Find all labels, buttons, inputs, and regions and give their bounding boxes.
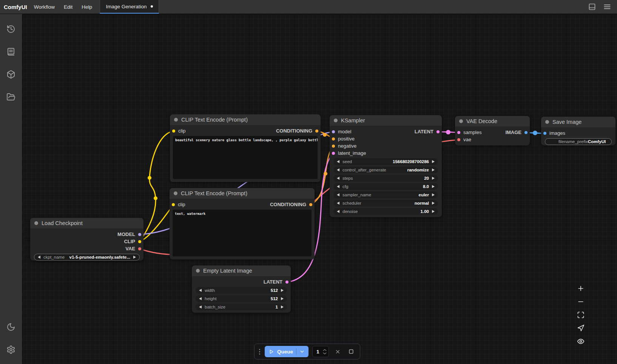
app-logo[interactable]: ComfyUI — [0, 0, 31, 14]
increment-arrow-icon[interactable] — [432, 185, 435, 188]
node-status-dot[interactable] — [174, 118, 178, 122]
node-status-dot[interactable] — [545, 120, 549, 124]
node-status-dot[interactable] — [196, 269, 200, 273]
decrement-arrow-icon[interactable] — [199, 305, 202, 308]
steps-widget[interactable]: steps 20 — [333, 175, 438, 182]
decrement-arrow-icon[interactable] — [337, 177, 339, 180]
model-library-icon[interactable] — [3, 67, 19, 82]
increment-arrow-icon[interactable] — [281, 305, 284, 308]
workflows-folder-icon[interactable] — [3, 89, 19, 105]
sampler-name-widget[interactable]: sampler_name euler — [333, 191, 438, 198]
decrement-arrow-icon[interactable] — [337, 168, 339, 171]
theme-toggle-moon-icon[interactable] — [3, 319, 19, 335]
input-slot-images[interactable] — [543, 132, 546, 135]
input-slot-samples[interactable] — [457, 131, 460, 134]
menu-edit[interactable]: Edit — [64, 0, 72, 14]
increment-arrow-icon[interactable] — [133, 256, 136, 259]
history-icon[interactable] — [3, 22, 19, 37]
menu-workflow[interactable]: Workflow — [34, 0, 55, 14]
node-header[interactable]: Save Image — [541, 117, 615, 127]
increment-arrow-icon[interactable] — [281, 289, 284, 292]
stop-square-icon[interactable] — [346, 346, 356, 357]
decrement-arrow-icon[interactable] — [199, 297, 202, 300]
drag-handle-icon[interactable] — [258, 349, 261, 355]
control-after-generate-widget[interactable]: control_after_generate randomize — [333, 167, 438, 173]
input-slot-latent-image[interactable] — [332, 152, 335, 155]
output-slot-latent[interactable] — [437, 130, 440, 133]
step-down-icon[interactable] — [322, 352, 327, 355]
cfg-widget[interactable]: cfg 8.0 — [333, 183, 438, 190]
increment-arrow-icon[interactable] — [432, 202, 435, 205]
select-mode-cursor-icon[interactable] — [576, 324, 586, 332]
prompt-textarea[interactable]: beautiful scenery nature glass bottle la… — [173, 136, 318, 179]
height-widget[interactable]: height 512 — [196, 295, 287, 302]
scheduler-widget[interactable]: scheduler normal — [333, 200, 438, 207]
prompt-textarea[interactable]: text, watermark — [173, 210, 312, 256]
output-slot-conditioning[interactable] — [315, 130, 318, 133]
node-save-image[interactable]: Save Image images filename_prefix ComfyU… — [541, 117, 615, 145]
menu-help[interactable]: Help — [82, 0, 92, 14]
interrupt-x-icon[interactable] — [333, 346, 342, 357]
input-slot-negative[interactable] — [332, 145, 335, 148]
seed-widget[interactable]: seed 156680208700286 — [333, 158, 438, 165]
node-vae-decode[interactable]: VAE Decode samples IMAGE vae — [455, 116, 530, 145]
node-header[interactable]: Load Checkpoint — [30, 218, 143, 228]
decrement-arrow-icon[interactable] — [337, 193, 339, 196]
input-slot-model[interactable] — [332, 130, 335, 133]
queue-button[interactable]: Queue — [265, 346, 308, 357]
batch-count-stepper[interactable]: 1 — [312, 346, 329, 357]
decrement-arrow-icon[interactable] — [337, 160, 339, 163]
node-status-dot[interactable] — [34, 221, 38, 225]
output-slot-conditioning[interactable] — [309, 203, 312, 206]
node-header[interactable]: CLIP Text Encode (Prompt) — [170, 114, 321, 125]
node-clip-text-encode-negative[interactable]: CLIP Text Encode (Prompt) clip CONDITION… — [170, 188, 315, 259]
node-header[interactable]: Empty Latent Image — [192, 265, 291, 276]
ckpt-name-widget[interactable]: ckpt_name v1-5-pruned-emaonly.safete... — [34, 254, 140, 261]
bottom-panel-toggle-icon[interactable] — [588, 3, 596, 11]
input-slot-clip[interactable] — [172, 203, 175, 206]
node-header[interactable]: KSampler — [330, 115, 442, 126]
input-slot-clip[interactable] — [172, 130, 175, 133]
node-status-dot[interactable] — [174, 191, 177, 195]
output-slot-clip[interactable] — [138, 240, 141, 243]
node-empty-latent-image[interactable]: Empty Latent Image LATENT width 512 heig… — [192, 265, 291, 313]
increment-arrow-icon[interactable] — [281, 297, 284, 300]
decrement-arrow-icon[interactable] — [337, 202, 339, 205]
increment-arrow-icon[interactable] — [432, 193, 435, 196]
toggle-link-visibility-eye-icon[interactable] — [576, 337, 586, 345]
node-header[interactable]: VAE Decode — [455, 116, 530, 126]
node-header[interactable]: CLIP Text Encode (Prompt) — [170, 188, 315, 199]
tab-image-generation[interactable]: Image Generation — [100, 0, 159, 14]
increment-arrow-icon[interactable] — [432, 168, 435, 171]
settings-gear-icon[interactable] — [3, 342, 19, 357]
decrement-arrow-icon[interactable] — [199, 289, 202, 292]
node-load-checkpoint[interactable]: Load Checkpoint MODEL CLIP VAE ckpt_nam — [30, 218, 143, 261]
node-graph-canvas[interactable]: Load Checkpoint MODEL CLIP VAE ckpt_nam — [22, 14, 617, 364]
zoom-in-icon[interactable] — [576, 284, 586, 293]
output-slot-latent[interactable] — [285, 281, 288, 284]
node-library-icon[interactable] — [3, 44, 19, 59]
increment-arrow-icon[interactable] — [432, 210, 435, 213]
decrement-arrow-icon[interactable] — [337, 185, 339, 188]
decrement-arrow-icon[interactable] — [38, 256, 40, 259]
fit-view-icon[interactable] — [576, 311, 586, 319]
output-slot-image[interactable] — [524, 131, 528, 134]
node-clip-text-encode-positive[interactable]: CLIP Text Encode (Prompt) clip CONDITION… — [170, 114, 321, 182]
input-slot-positive[interactable] — [332, 137, 335, 140]
zoom-out-icon[interactable] — [576, 298, 586, 306]
node-status-dot[interactable] — [334, 119, 338, 122]
decrement-arrow-icon[interactable] — [337, 210, 339, 213]
node-ksampler[interactable]: KSampler model LATENT positive negative — [330, 115, 442, 217]
input-slot-vae[interactable] — [457, 138, 460, 141]
step-up-icon[interactable] — [322, 349, 327, 352]
width-widget[interactable]: width 512 — [196, 287, 287, 294]
node-status-dot[interactable] — [459, 119, 463, 123]
hamburger-menu-icon[interactable] — [603, 3, 611, 11]
filename-prefix-widget[interactable]: filename_prefix ComfyUI — [545, 138, 612, 145]
output-slot-vae[interactable] — [138, 247, 141, 250]
batch-size-widget[interactable]: batch_size 1 — [196, 304, 287, 310]
denoise-widget[interactable]: denoise 1.00 — [333, 208, 438, 215]
increment-arrow-icon[interactable] — [432, 177, 435, 180]
increment-arrow-icon[interactable] — [432, 160, 435, 163]
output-slot-model[interactable] — [138, 233, 141, 236]
